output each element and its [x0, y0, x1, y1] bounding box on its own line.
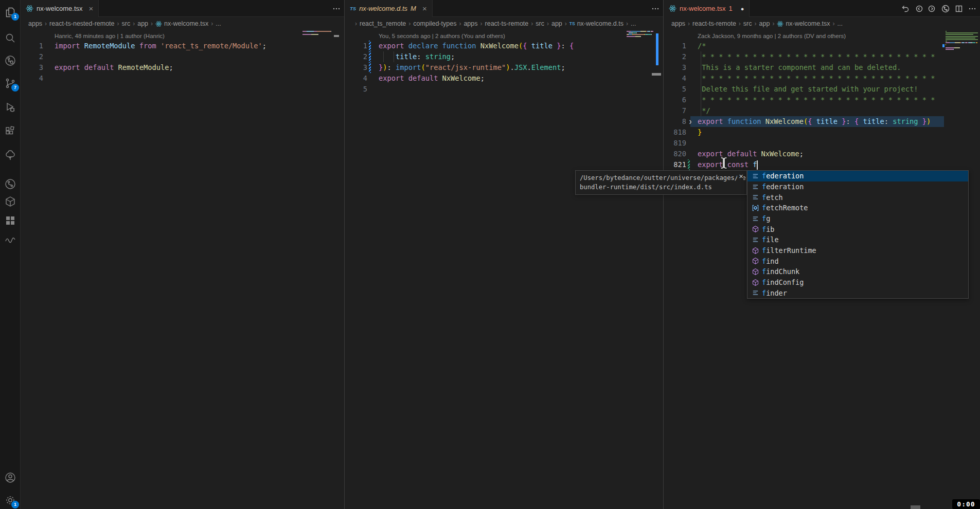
squiggle-icon[interactable] [4, 233, 16, 246]
gutter-modified-indicator[interactable] [369, 41, 371, 51]
breadcrumb-item[interactable]: compiled-types [413, 20, 456, 27]
remote-graph-icon[interactable] [4, 54, 16, 67]
editor-pane[interactable]: Hanric, 48 minutes ago | 1 author (Hanri… [21, 30, 344, 509]
more-actions-icon[interactable] [651, 4, 660, 13]
code-line[interactable]: 8❯export function NxWelcome({ title }: {… [664, 116, 980, 127]
cube-icon[interactable] [4, 195, 16, 208]
discard-icon[interactable] [901, 4, 910, 13]
more-actions-icon[interactable] [332, 4, 341, 13]
run-debug-icon[interactable] [4, 101, 16, 114]
codelens[interactable]: You, 5 seconds ago | 2 authors (You and … [345, 30, 663, 41]
tab-nx-welcome.tsx[interactable]: nx-welcome.tsx1● [664, 0, 750, 17]
tab-close-icon[interactable]: × [89, 4, 94, 13]
code-line[interactable]: 6 * * * * * * * * * * * * * * * * * * * … [664, 95, 980, 105]
suggest-item-federation[interactable]: federation [747, 181, 968, 192]
fold-chevron-icon[interactable]: ❯ [689, 116, 692, 127]
code-line[interactable]: 4 [21, 73, 344, 84]
gutter-modified-indicator[interactable] [369, 62, 371, 73]
scrollbar-fragment [911, 505, 920, 509]
tab-nx-welcome.tsx[interactable]: nx-welcome.tsx× [21, 0, 99, 17]
codelens[interactable]: Zack Jackson, 9 months ago | 2 authors (… [664, 30, 980, 41]
codelens[interactable]: Hanric, 48 minutes ago | 1 author (Hanri… [21, 30, 344, 41]
indent-guide [701, 51, 701, 116]
code-line[interactable]: 1export declare function NxWelcome({ tit… [345, 41, 663, 51]
breadcrumb-item[interactable]: src [536, 20, 544, 27]
tab-dirty-dot[interactable]: ● [741, 6, 744, 12]
split-editor-icon[interactable] [954, 4, 964, 13]
more-actions-icon[interactable] [968, 4, 977, 13]
breadcrumb-item[interactable]: src [122, 20, 131, 27]
code-line[interactable]: 819 [664, 138, 980, 149]
suggest-text-icon [750, 235, 760, 244]
code-line[interactable]: 2 title: string; [345, 51, 663, 62]
react-icon [155, 21, 162, 27]
breadcrumb-item[interactable]: ... [631, 20, 636, 27]
gutter-modified-indicator[interactable] [369, 51, 371, 62]
explorer-icon[interactable]: 1 [4, 6, 16, 19]
suggest-item-finder[interactable]: finder [747, 287, 968, 298]
prev-change-icon[interactable] [914, 4, 923, 13]
code-line[interactable]: 5 Delete this file and get started with … [664, 84, 980, 95]
suggest-item-federation[interactable]: federation [747, 171, 968, 181]
code-line[interactable]: 4export default NxWelcome; [345, 73, 663, 84]
minimap[interactable] [946, 31, 977, 62]
breadcrumb-item[interactable]: react-ts-remote [692, 20, 736, 27]
breadcrumb-item[interactable]: app [551, 20, 562, 27]
code-line[interactable]: 3}): import("react/jsx-runtime").JSX.Ele… [345, 62, 663, 73]
code-line[interactable]: 1/* [664, 41, 980, 51]
code-line[interactable]: 7 */ [664, 105, 980, 116]
breadcrumb-item[interactable]: ... [216, 20, 221, 27]
code-line[interactable]: 3export default RemoteModule; [21, 62, 344, 73]
settings-icon[interactable]: 1 [4, 494, 16, 506]
code-line[interactable]: 820export default NxWelcome; [664, 149, 980, 159]
breadcrumb-item[interactable]: nx-welcome.tsx [155, 20, 208, 27]
minimap-line [946, 42, 977, 43]
breadcrumb-item[interactable]: ... [838, 20, 843, 27]
minimap[interactable] [627, 31, 660, 62]
code-line[interactable]: 821export const f [664, 159, 980, 170]
breadcrumb-item[interactable]: react-ts-remote [485, 20, 529, 27]
breadcrumb-item[interactable]: src [743, 20, 752, 27]
suggest-item-find[interactable]: find [747, 256, 968, 266]
tree-icon[interactable] [4, 149, 16, 161]
suggest-item-fg[interactable]: fg [747, 213, 968, 224]
suggest-item-findConfig[interactable]: findConfig [747, 277, 968, 288]
branch-circle-icon[interactable] [941, 4, 950, 13]
breadcrumb-item[interactable]: apps [464, 20, 477, 27]
grid-icon[interactable] [4, 214, 16, 227]
code-line[interactable]: 818} [664, 127, 980, 138]
code-line[interactable]: 2 [21, 51, 344, 62]
suggest-item-fetch[interactable]: fetch [747, 192, 968, 203]
breadcrumb-item[interactable]: app [759, 20, 770, 27]
breadcrumb-item[interactable]: apps [671, 20, 685, 27]
breadcrumb-item[interactable]: nx-welcome.tsx [777, 20, 830, 27]
suggest-details-close-icon[interactable]: × [737, 172, 743, 181]
tab-nx-welcome.d.ts[interactable]: TSnx-welcome.d.tsM× [345, 0, 433, 17]
code-line[interactable]: 3 This is a starter component and can be… [664, 62, 980, 73]
breadcrumb-item[interactable]: TSnx-welcome.d.ts [569, 20, 623, 27]
editor-pane[interactable]: You, 5 seconds ago | 2 authors (You and … [345, 30, 663, 509]
breadcrumb-item[interactable]: apps [28, 20, 42, 27]
suggest-item-fetchRemote[interactable]: fetchRemote [747, 203, 968, 213]
gutter-added-indicator[interactable] [688, 159, 690, 170]
source-control-icon[interactable]: 7 [4, 77, 16, 89]
suggest-item-fib[interactable]: fib [747, 224, 968, 234]
breadcrumb-separator: › [151, 20, 153, 27]
next-change-icon[interactable] [928, 4, 937, 13]
breadcrumb-item[interactable]: app [137, 20, 148, 27]
circle-branch-icon[interactable] [4, 178, 16, 190]
suggest-item-filterRuntime[interactable]: filterRuntime [747, 245, 968, 256]
code-line[interactable]: 4 * * * * * * * * * * * * * * * * * * * … [664, 73, 980, 84]
breadcrumb-item[interactable]: react_ts_remote [360, 20, 406, 27]
code-line[interactable]: 1import RemoteModule from 'react_ts_remo… [21, 41, 344, 51]
code-line[interactable]: 5 [345, 84, 663, 95]
extensions-icon[interactable] [4, 125, 16, 137]
account-icon[interactable] [4, 471, 16, 484]
tab-close-icon[interactable]: × [422, 4, 427, 13]
suggest-item-findChunk[interactable]: findChunk [747, 266, 968, 277]
breadcrumb-item[interactable]: react-ts-nested-remote [49, 20, 114, 27]
search-icon[interactable] [4, 32, 16, 44]
code-line[interactable]: 2 * * * * * * * * * * * * * * * * * * * … [664, 51, 980, 62]
suggest-item-file[interactable]: file [747, 234, 968, 245]
minimap-line [302, 31, 341, 32]
